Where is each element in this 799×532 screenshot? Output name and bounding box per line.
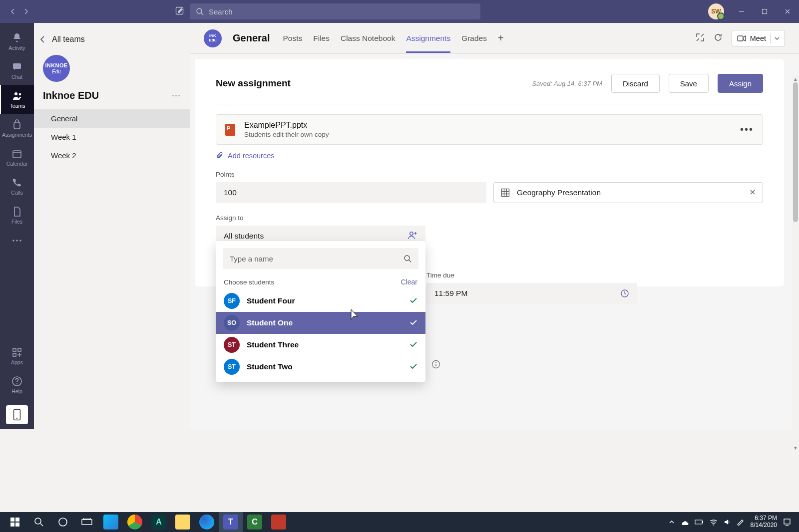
- add-resources-link[interactable]: Add resources: [216, 152, 763, 160]
- expand-icon[interactable]: [696, 33, 705, 44]
- svg-rect-27: [15, 518, 19, 522]
- teams-icon: [11, 90, 23, 102]
- rail-activity[interactable]: Activity: [0, 27, 34, 56]
- taskbar-camtasia[interactable]: C: [243, 512, 267, 532]
- tray-notifications-icon[interactable]: [783, 518, 791, 526]
- tray-clock[interactable]: 6:37 PM 8/14/2020: [751, 515, 777, 529]
- svg-rect-35: [702, 521, 703, 523]
- tab-assignments[interactable]: Assignments: [406, 24, 450, 53]
- student-row[interactable]: ST Student Three: [216, 334, 425, 356]
- svg-point-9: [12, 240, 14, 241]
- tray-ink-icon[interactable]: [737, 519, 745, 526]
- rubric-remove[interactable]: [750, 188, 756, 197]
- scroll-thumb[interactable]: [793, 82, 798, 222]
- taskbar-chrome[interactable]: [123, 512, 147, 532]
- chevron-down-icon: [775, 37, 780, 40]
- start-button[interactable]: [3, 512, 27, 532]
- titlebar: Search SW: [0, 0, 799, 23]
- taskbar-edge2[interactable]: [195, 512, 219, 532]
- rail-calendar[interactable]: Calendar: [0, 143, 34, 172]
- student-avatar: ST: [224, 359, 240, 375]
- backpack-icon: [11, 119, 23, 131]
- scrollbar[interactable]: ▲ ▼: [792, 75, 799, 451]
- nav-back[interactable]: [9, 7, 17, 15]
- channel-week2[interactable]: Week 2: [34, 146, 190, 165]
- compose-icon[interactable]: [175, 6, 186, 17]
- tray-battery-icon[interactable]: [695, 519, 704, 526]
- taskbar-search[interactable]: [27, 512, 51, 532]
- picker-clear[interactable]: Clear: [401, 278, 417, 286]
- svg-rect-28: [10, 523, 14, 527]
- rail-apps[interactable]: Apps: [0, 341, 34, 370]
- attachment-more[interactable]: •••: [740, 124, 754, 135]
- meet-button[interactable]: Meet: [732, 30, 785, 46]
- tray-chevron-icon[interactable]: [669, 519, 675, 525]
- rail-chat[interactable]: Chat: [0, 56, 34, 85]
- assign-button[interactable]: Assign: [718, 74, 763, 93]
- taskbar-taskview[interactable]: [75, 512, 99, 532]
- rail-files[interactable]: Files: [0, 201, 34, 230]
- team-logo[interactable]: INKNOE Edu: [43, 55, 70, 82]
- picker-search[interactable]: Type a name: [223, 248, 418, 269]
- taskbar-teams[interactable]: T: [219, 512, 243, 532]
- window-minimize[interactable]: [730, 0, 753, 23]
- add-tab[interactable]: +: [498, 32, 504, 44]
- svg-point-10: [16, 240, 17, 241]
- nav-forward[interactable]: [22, 7, 30, 15]
- student-row[interactable]: SF Student Four: [216, 290, 425, 312]
- tray-volume-icon[interactable]: [724, 519, 731, 526]
- tray-wifi-icon[interactable]: [710, 519, 718, 526]
- reload-icon[interactable]: [714, 33, 723, 44]
- scroll-down-arrow[interactable]: ▼: [792, 444, 799, 451]
- time-due-label: Time due: [426, 271, 637, 279]
- add-person-icon[interactable]: [407, 231, 417, 242]
- svg-rect-19: [738, 36, 743, 41]
- tab-posts[interactable]: Posts: [283, 24, 302, 53]
- user-avatar[interactable]: SW: [708, 3, 724, 19]
- student-row[interactable]: SO Student One: [216, 312, 425, 334]
- taskbar-edge[interactable]: [99, 512, 123, 532]
- svg-rect-34: [695, 520, 702, 524]
- file-icon: [11, 206, 23, 218]
- check-icon: [409, 296, 417, 305]
- scroll-up-arrow[interactable]: ▲: [792, 75, 799, 82]
- rail-calls[interactable]: Calls: [0, 172, 34, 201]
- back-all-teams[interactable]: All teams: [34, 23, 190, 44]
- rail-assignments[interactable]: Assignments: [0, 114, 34, 143]
- svg-rect-2: [763, 9, 767, 14]
- taskbar-explorer[interactable]: [171, 512, 195, 532]
- svg-point-24: [435, 362, 436, 363]
- search-input[interactable]: Search: [190, 3, 480, 19]
- team-more[interactable]: ···: [172, 90, 181, 101]
- svg-point-21: [410, 232, 413, 235]
- taskbar: A T C 6:37 PM 8/14/2020: [0, 512, 799, 532]
- points-input[interactable]: 100: [216, 182, 486, 203]
- save-button[interactable]: Save: [669, 74, 709, 93]
- rail-mobile[interactable]: [6, 405, 28, 424]
- assignment-card: New assignment Saved: Aug 14, 6:37 PM Di…: [195, 59, 784, 286]
- clock-icon: [620, 289, 629, 298]
- taskbar-cortana[interactable]: [51, 512, 75, 532]
- discard-button[interactable]: Discard: [611, 74, 660, 93]
- time-due-input[interactable]: 11:59 PM: [426, 283, 637, 304]
- tray-onedrive-icon[interactable]: [681, 519, 689, 526]
- tab-grades[interactable]: Grades: [461, 24, 487, 53]
- window-close[interactable]: [776, 0, 799, 23]
- channel-week1[interactable]: Week 1: [34, 128, 190, 146]
- window-maximize[interactable]: [753, 0, 776, 23]
- svg-rect-4: [13, 63, 21, 69]
- info-icon[interactable]: [431, 360, 440, 371]
- rail-more[interactable]: [0, 232, 34, 250]
- chat-icon: [11, 61, 23, 73]
- rail-teams[interactable]: Teams: [0, 85, 34, 114]
- tab-class-notebook[interactable]: Class Notebook: [341, 24, 395, 53]
- rail-help[interactable]: Help: [0, 370, 34, 399]
- tab-files[interactable]: Files: [313, 24, 330, 53]
- svg-point-31: [59, 518, 67, 526]
- student-row[interactable]: ST Student Two: [216, 356, 425, 378]
- channel-general[interactable]: General: [34, 109, 190, 128]
- taskbar-rec[interactable]: [267, 512, 291, 532]
- taskbar-app[interactable]: A: [147, 512, 171, 532]
- attachment-row[interactable]: ExamplePPT.pptx Students edit their own …: [216, 114, 763, 145]
- rubric-chip[interactable]: Geography Presentation: [493, 182, 763, 203]
